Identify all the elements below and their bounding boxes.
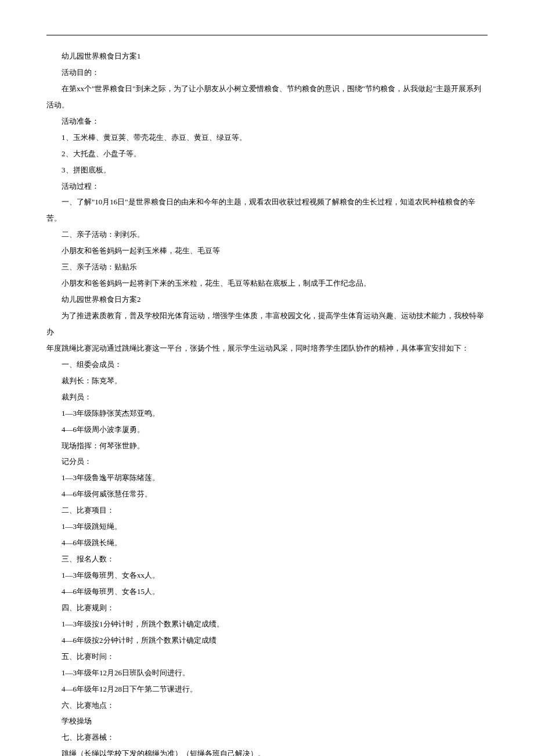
paragraph: 1—3年级每班男、女各xx人。 — [46, 567, 488, 584]
paragraph: 1—3年级年12月26日班队会时间进行。 — [46, 665, 488, 681]
paragraph: 一、组委会成员： — [46, 357, 488, 373]
paragraph: 六、比赛地点： — [46, 697, 488, 714]
paragraph: 小朋友和爸爸妈妈一起将剥下来的玉米粒，花生、毛豆等粘贴在底板上，制成手工作纪念品… — [46, 275, 488, 291]
paragraph: 跳绳（长绳以学校下发的棉绳为准）（短绳各班自己解决）。 — [46, 746, 488, 756]
paragraph: 1—3年级跳短绳。 — [46, 519, 488, 535]
paragraph: 4—6年级按2分钟计时，所跳个数累计确定成绩 — [46, 632, 488, 649]
paragraph: 4—6年级何威张慧任常芬。 — [46, 486, 488, 502]
paragraph: 4—6年级每班男、女各15人。 — [46, 584, 488, 600]
top-rule — [46, 35, 488, 35]
paragraph: 小朋友和爸爸妈妈一起剥玉米棒，花生、毛豆等 — [46, 243, 488, 259]
paragraph: 活动过程： — [46, 178, 488, 195]
paragraph: 在第xx个"世界粮食日"到来之际，为了让小朋友从小树立爱惜粮食、节约粮食的意识，… — [46, 81, 488, 113]
paragraph: 裁判员： — [46, 389, 488, 405]
paragraph: 为了推进素质教育，普及学校阳光体育运动，增强学生体质，丰富校园文化，提高学生体育… — [46, 308, 488, 340]
paragraph: 1—3年级鲁逸平胡寒陈绪莲。 — [46, 470, 488, 486]
paragraph: 1、玉米棒、黄豆荚、带壳花生、赤豆、黄豆、绿豆等。 — [46, 129, 488, 146]
paragraph: 1—3年级按1分钟计时，所跳个数累计确定成绩。 — [46, 616, 488, 632]
paragraph: 2、大托盘、小盘子等。 — [46, 146, 488, 162]
paragraph: 幼儿园世界粮食日方案1 — [46, 48, 488, 64]
paragraph: 3、拼图底板。 — [46, 162, 488, 178]
paragraph: 四、比赛规则： — [46, 600, 488, 616]
paragraph: 活动目的： — [46, 64, 488, 81]
paragraph: 二、亲子活动：剥剥乐。 — [46, 226, 488, 243]
paragraph: 1—3年级陈静张芙杰郑亚鸣。 — [46, 405, 488, 422]
paragraph: 4—6年级周小波李厦勇。 — [46, 422, 488, 438]
paragraph: 记分员： — [46, 453, 488, 470]
paragraph: 4—6年级年12月28日下午第二节课进行。 — [46, 681, 488, 697]
paragraph: 学校操场 — [46, 713, 488, 729]
paragraph: 现场指挥：何琴张世静。 — [46, 438, 488, 454]
paragraph: 4—6年级跳长绳。 — [46, 535, 488, 551]
paragraph: 一、了解"10月16日"是世界粮食日的由来和今年的主题，观看农田收获过程视频了解… — [46, 194, 488, 226]
paragraph: 裁判长：陈克琴。 — [46, 373, 488, 389]
paragraph: 幼儿园世界粮食日方案2 — [46, 291, 488, 308]
paragraph: 年度跳绳比赛泥动通过跳绳比赛这一平台，张扬个性，展示学生运动风采，同时培养学生团… — [46, 340, 488, 357]
paragraph: 五、比赛时间： — [46, 649, 488, 665]
paragraph: 二、比赛项目： — [46, 502, 488, 519]
paragraph: 三、报名人数： — [46, 551, 488, 567]
document-body: 幼儿园世界粮食日方案1活动目的：在第xx个"世界粮食日"到来之际，为了让小朋友从… — [46, 48, 488, 756]
paragraph: 七、比赛器械： — [46, 729, 488, 746]
paragraph: 活动准备： — [46, 113, 488, 129]
paragraph: 三、亲子活动：贴贴乐 — [46, 259, 488, 275]
